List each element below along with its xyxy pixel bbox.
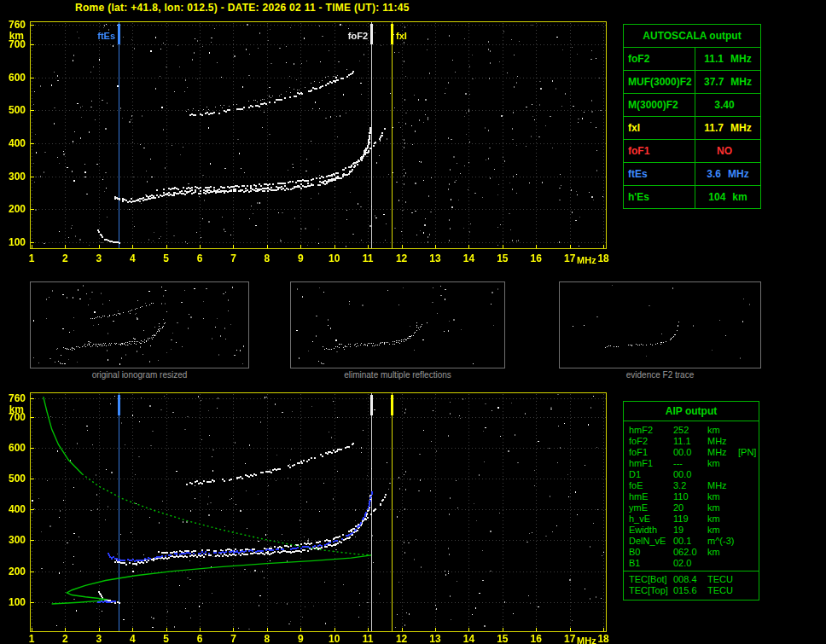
aip-rows: hmF2252kmfoF211.1MHzfoF100.0MHz[PN]hmF1-… (624, 421, 759, 571)
aip-cell: km (707, 502, 738, 513)
aip-cell (738, 480, 759, 491)
aip-cell: 11.1 (673, 436, 707, 447)
aip-row-d1: D100.0 (624, 469, 759, 480)
aip-cell: km (707, 458, 738, 469)
autoscala-header: AUTOSCALA output (624, 25, 760, 47)
aip-cell: DelN_vE (624, 536, 673, 547)
aip-cell: 062.0 (673, 547, 707, 558)
aip-cell: TEC[Top] (624, 585, 673, 596)
aip-cell: 015.6 (673, 585, 707, 596)
aip-cell (738, 436, 759, 447)
autoscala-param-label: h'Es (624, 186, 695, 208)
aip-cell: 02.0 (673, 558, 707, 569)
autoscala-param-label: M(3000)F2 (624, 94, 695, 116)
aip-row-hmf1: hmF1---km (624, 458, 759, 469)
aip-cell: Ewidth (624, 525, 673, 536)
thumbnail-caption-reflections: eliminate multiple reflections (290, 370, 505, 380)
aip-row-delnve: DelN_vE00.1m^(-3) (624, 536, 759, 547)
autoscala-row-fof1: foF1NO (624, 139, 760, 162)
aip-cell: foF2 (624, 436, 673, 447)
aip-cell: km (707, 547, 738, 558)
aip-cell: 00.0 (673, 469, 707, 480)
aip-cell: 00.1 (673, 536, 707, 547)
aip-cell: ymE (624, 502, 673, 513)
aip-header: AIP output (624, 402, 759, 421)
aip-cell: km (707, 425, 738, 436)
thumbnail-multiple-reflections-removed (290, 281, 505, 368)
aip-cell: hmE (624, 491, 673, 502)
aip-row-ewidth: Ewidth19km (624, 525, 759, 536)
aip-cell: km (707, 513, 738, 525)
aip-cell: km (707, 525, 738, 536)
aip-cell (738, 536, 759, 547)
autoscala-row-ftes: ftEs3.6MHz (624, 162, 760, 185)
autoscala-param-value: 11.1MHz (695, 48, 760, 70)
autoscala-param-value: 104km (695, 186, 760, 208)
aip-cell: --- (673, 458, 707, 469)
aip-cell: 3.2 (673, 480, 707, 491)
aip-cell: TEC[Bot] (624, 574, 673, 585)
aip-cell (707, 469, 738, 480)
aip-cell: MHz (707, 436, 738, 447)
aip-cell: hmF2 (624, 425, 673, 436)
station-title: Rome (lat: +41.8, lon: 012.5) - DATE: 20… (75, 2, 410, 14)
aip-cell: MHz (707, 447, 738, 458)
aip-row-hmf2: hmF2252km (624, 425, 759, 436)
aip-row-fof2: foF211.1MHz (624, 436, 759, 447)
thumbnail-caption-original: original ionogram resized (30, 370, 249, 380)
autoscala-param-value: 37.7MHz (695, 71, 760, 93)
aip-cell: 008.4 (673, 574, 707, 585)
aip-tec-rows: TEC[Bot]008.4TECUTEC[Top]015.6TECU (624, 571, 759, 600)
aip-cell: 252 (673, 425, 707, 436)
aip-output-panel: AIP output hmF2252kmfoF211.1MHzfoF100.0M… (623, 401, 759, 600)
aip-row-yme: ymE20km (624, 502, 759, 513)
aip-row-b0: B0062.0km (624, 547, 759, 558)
aip-row-foe: foE3.2MHz (624, 480, 759, 491)
aip-cell: TECU (707, 585, 738, 596)
aip-cell (738, 525, 759, 536)
aip-cell: foF1 (624, 447, 673, 458)
autoscala-param-label: fxI (624, 117, 695, 139)
thumbnail-caption-f2trace: evidence F2 trace (559, 370, 761, 380)
aip-cell: 110 (673, 491, 707, 502)
thumbnail-original-ionogram (30, 281, 249, 368)
autoscala-param-label: foF2 (624, 48, 695, 70)
aip-cell (738, 469, 759, 480)
aip-cell: 19 (673, 525, 707, 536)
aip-cell: MHz (707, 480, 738, 491)
aip-cell: TECU (707, 574, 738, 585)
aip-cell: 00.0 (673, 447, 707, 458)
aip-cell: m^(-3) (707, 536, 738, 547)
aip-row-hve: h_vE119km (624, 513, 759, 525)
autoscala-row-fxi: fxI11.7MHz (624, 116, 760, 139)
aip-cell (738, 558, 759, 569)
autoscala-rows: foF211.1MHzMUF(3000)F237.7MHzM(3000)F23.… (624, 47, 760, 208)
aip-cell (738, 502, 759, 513)
ionogram-top-canvas (0, 17, 621, 273)
thumbnail-f2-trace-evidence (559, 281, 761, 368)
aip-cell: 20 (673, 502, 707, 513)
aip-cell (738, 574, 759, 585)
aip-cell (707, 558, 738, 569)
autoscala-param-label: MUF(3000)F2 (624, 71, 695, 93)
aip-cell (738, 585, 759, 596)
aip-cell: D1 (624, 469, 673, 480)
aip-cell: foE (624, 480, 673, 491)
autoscala-output-panel: AUTOSCALA output foF211.1MHzMUF(3000)F23… (623, 24, 761, 209)
ionogram-bottom-canvas (0, 388, 621, 644)
aip-tec-row-tecbot: TEC[Bot]008.4TECU (624, 574, 759, 585)
autoscala-row-hes: h'Es104km (624, 185, 760, 208)
autoscala-param-label: ftEs (624, 163, 695, 185)
autoscala-screen: Rome (lat: +41.8, lon: 012.5) - DATE: 20… (0, 0, 826, 644)
aip-cell (738, 513, 759, 525)
autoscala-row-fof2: foF211.1MHz (624, 47, 760, 70)
autoscala-row-muf3000f2: MUF(3000)F237.7MHz (624, 70, 760, 93)
aip-cell (738, 458, 759, 469)
aip-cell (738, 547, 759, 558)
autoscala-row-m3000f2: M(3000)F23.40 (624, 93, 760, 116)
autoscala-param-value: 3.6MHz (695, 163, 760, 185)
aip-cell: km (707, 491, 738, 502)
aip-cell (738, 425, 759, 436)
aip-cell (738, 491, 759, 502)
aip-row-fof1: foF100.0MHz[PN] (624, 447, 759, 458)
